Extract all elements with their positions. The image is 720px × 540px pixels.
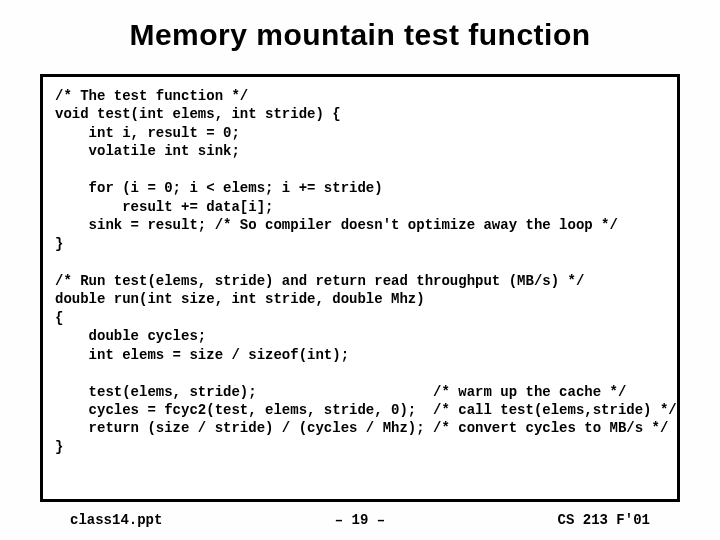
slide: Memory mountain test function /* The tes… xyxy=(0,0,720,540)
footer-filename: class14.ppt xyxy=(70,512,263,528)
code-listing: /* The test function */ void test(int el… xyxy=(40,74,680,502)
footer-course: CS 213 F'01 xyxy=(457,512,650,528)
page-title: Memory mountain test function xyxy=(40,18,680,52)
footer: class14.ppt – 19 – CS 213 F'01 xyxy=(40,502,680,528)
footer-page-number: – 19 – xyxy=(263,512,456,528)
